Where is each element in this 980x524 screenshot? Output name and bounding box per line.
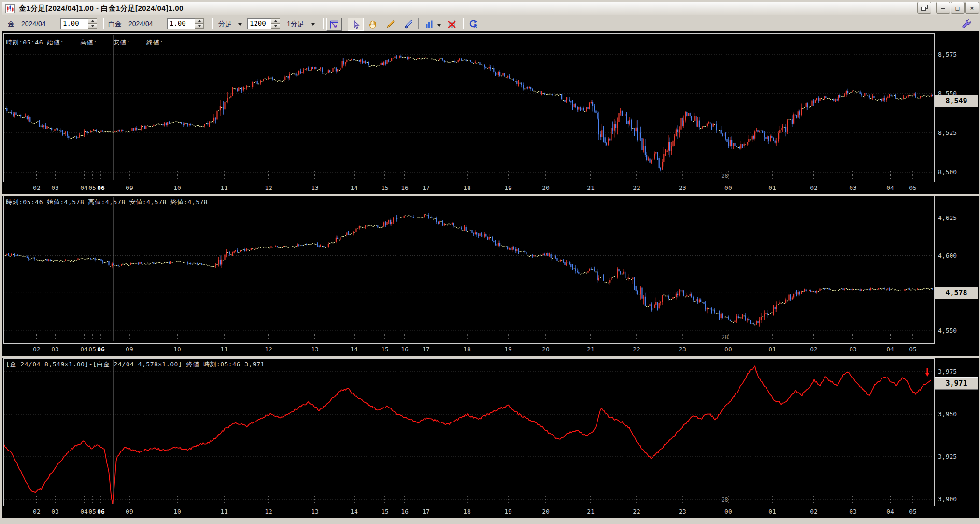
time-axis-label: 06 [97,346,105,353]
title-bar[interactable]: 金1分足[2024/04]1.00 - 白金1分足[2024/04]1.00 [2,2,979,15]
close-icon: × [970,4,974,12]
toolbar-separator [418,18,420,29]
time-axis-label: 20 [542,346,550,353]
bar-count-down-button[interactable] [271,24,280,29]
pencil-tool-button[interactable] [383,18,398,30]
time-axis-label: 01 [768,346,776,353]
time-axis-label: 20 [542,184,550,191]
window-bottom-border [2,518,979,524]
time-axis-label: 17 [422,508,430,515]
chart-plot-0[interactable]: 28 [3,33,935,182]
time-axis-label: 12 [265,508,272,515]
time-axis-label: 09 [126,508,133,515]
platinum-multiplier-up-button[interactable] [195,18,204,24]
current-price-box-0: 8,549 [935,95,978,107]
current-price-box-2: 3,971 [935,377,978,390]
bar-type-dropdown-arrow-icon[interactable] [238,23,242,26]
platinum-multiplier-input[interactable]: 1.00 [167,18,195,29]
time-axis-label: 14 [350,508,358,515]
time-axis-label: 17 [422,184,430,191]
platinum-multiplier-spinner: 1.00 [167,18,204,29]
clear-drawings-button[interactable] [444,18,459,30]
hand-pan-tool-button[interactable] [365,18,380,30]
gold-multiplier-up-button[interactable] [88,18,97,24]
gold-multiplier-down-button[interactable] [88,24,97,29]
chart-plot-2[interactable]: 28 [3,358,935,506]
price-axis-label: 4,625 [938,214,957,221]
time-axis-label: 05 [909,508,917,515]
chart-plot-1[interactable]: 28 [3,196,935,344]
time-axis-label: 14 [350,346,358,353]
time-axis-label: 05 [909,346,917,353]
time-axis-label: 15 [381,508,389,515]
time-axis-label: 02 [33,184,41,191]
time-axis-label: 03 [51,184,59,191]
bar-count-input[interactable]: 1200 [247,18,271,29]
maximize-button[interactable]: □ [951,2,965,14]
bar-type-dropdown-label[interactable]: 分足 [218,20,232,29]
gold-label: 金 [8,20,14,29]
time-axis-label: 06 [97,508,105,515]
time-axis-label: 12 [265,346,272,353]
price-axis-label: 8,525 [938,129,957,136]
close-button[interactable]: × [965,2,979,14]
pen-tool-button[interactable] [401,18,416,30]
chart-type-dropdown-arrow-icon[interactable] [437,24,441,27]
interval-dropdown-arrow-icon[interactable] [311,23,315,26]
time-axis-1: 0203040506091011121314151617181920212223… [3,344,934,355]
time-axis-label: 03 [51,508,59,515]
interval-dropdown-label[interactable]: 1分足 [287,20,304,29]
settings-wrench-button[interactable] [959,18,974,30]
chart-delete-icon [447,19,457,29]
time-axis-label: 10 [173,184,181,191]
svg-text:28: 28 [721,496,728,503]
refresh-chart-button[interactable]: R [466,18,481,30]
panel-divider[interactable] [2,356,979,358]
svg-text:28: 28 [721,334,728,341]
time-axis-label: 21 [587,508,595,515]
overlap-windows-icon [921,4,928,11]
time-axis-label: 19 [504,184,512,191]
app-icon [5,4,15,13]
price-axis-label: 3,925 [938,453,957,460]
chart-type-selector-button[interactable] [422,18,437,30]
time-axis-label: 06 [97,184,105,191]
price-axis-label: 3,950 [938,410,957,418]
time-axis-label: 00 [724,184,732,191]
time-axis-label: 19 [504,508,512,515]
refresh-icon: R [469,19,479,29]
time-axis-label: 16 [401,346,409,353]
price-axis-label: 4,550 [938,327,957,334]
minimize-button[interactable]: – [936,2,950,14]
time-axis-label: 17 [422,346,430,353]
panel-divider[interactable] [2,194,979,196]
gold-multiplier-input[interactable]: 1.00 [60,18,88,29]
time-axis-label: 04 [886,346,894,353]
float-window-button[interactable] [917,2,931,14]
toolbar: 金 2024/04 1.00 白金 2024/04 1.00 分足 1200 1… [2,15,979,31]
time-axis-label: 04 [886,508,894,515]
platinum-multiplier-down-button[interactable] [195,24,204,29]
gold-month: 2024/04 [21,20,46,28]
time-axis-label: 18 [463,508,471,515]
cursor-tool-button[interactable] [348,18,364,31]
time-axis-label: 22 [633,508,640,515]
time-axis-label: 04 [80,346,88,353]
time-axis-label: 01 [768,184,776,191]
chart-pointer-tool-button[interactable] [326,18,342,31]
time-axis-label: 21 [587,346,595,353]
wrench-icon [961,19,972,29]
time-axis-label: 00 [724,508,732,515]
pen-icon [404,19,413,29]
time-axis-label: 04 [80,184,88,191]
toolbar-separator [462,18,464,29]
toolbar-separator [211,18,213,29]
time-axis-label: 02 [810,346,818,353]
bar-count-up-button[interactable] [271,18,280,24]
hand-icon [368,19,378,29]
time-axis-2: 0203040506091011121314151617181920212223… [3,506,934,517]
time-axis-label: 05 [909,184,917,191]
time-axis-label: 02 [810,184,818,191]
time-axis-label: 11 [220,346,228,353]
current-price-box-1: 4,578 [935,287,978,299]
